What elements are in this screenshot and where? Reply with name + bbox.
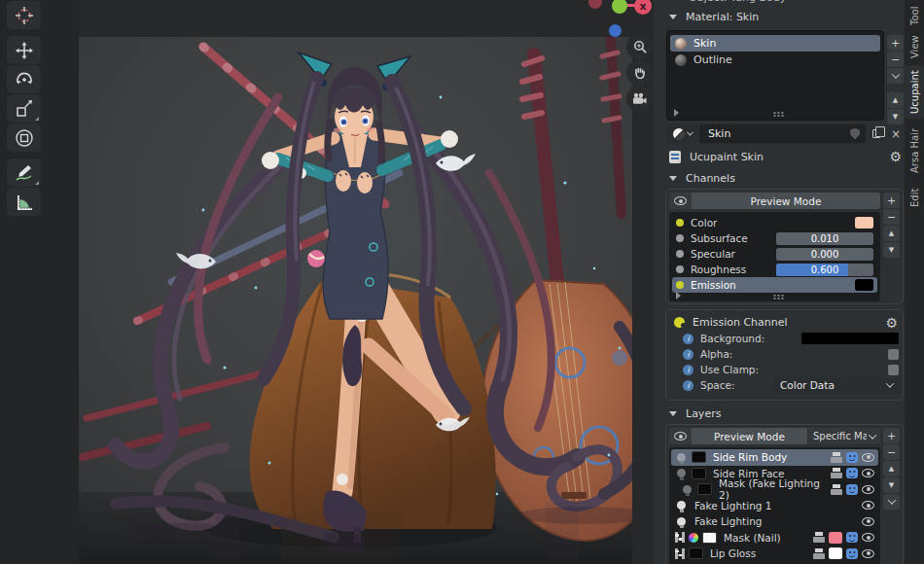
tab-edit[interactable]: Edit [905, 183, 924, 212]
emission-color-swatch[interactable] [855, 279, 873, 291]
material-name-field[interactable]: Skin [699, 124, 866, 143]
subsurface-value-slider[interactable]: 0.010 [776, 232, 873, 245]
scale-tool-button[interactable] [7, 94, 41, 123]
info-icon[interactable] [683, 380, 693, 391]
tab-tool[interactable]: Tool [905, 2, 924, 29]
move-channel-down-button[interactable]: ▼ [883, 242, 900, 258]
layer-list[interactable]: Side Rim Body Side Rim Face [669, 447, 880, 564]
viewport-3d[interactable] [79, 37, 632, 564]
gizmo-axis-dark-red[interactable] [588, 0, 602, 9]
tab-ucupaint[interactable]: Ucupaint [905, 65, 924, 119]
cursor-tool-button[interactable] [7, 1, 41, 29]
alpha-checkbox[interactable] [888, 349, 899, 360]
layer-row-mask-fake-lighting-2[interactable]: Mask (Fake Lighting 2) [671, 481, 878, 498]
camera-view-button[interactable] [626, 86, 653, 112]
bulb-icon[interactable] [677, 469, 686, 477]
remove-channel-button[interactable]: − [883, 209, 900, 225]
fake-user-shield-icon[interactable] [850, 128, 860, 140]
tab-view[interactable]: View [905, 32, 924, 62]
mask-icon[interactable] [846, 548, 858, 559]
move-slot-down-button[interactable]: ▼ [887, 109, 904, 124]
material-slot-list[interactable]: Skin Outline [666, 30, 884, 121]
gizmo-axis-blue[interactable] [609, 24, 622, 37]
add-channel-button[interactable]: + [883, 193, 900, 208]
rotate-tool-button[interactable] [7, 65, 41, 93]
unlink-material-button[interactable]: × [887, 124, 905, 143]
eye-icon[interactable] [862, 517, 874, 526]
material-slot-skin[interactable]: Skin [670, 35, 880, 52]
channel-row-subsurface[interactable]: Subsurface 0.010 [672, 230, 877, 246]
bake-icon[interactable] [813, 532, 825, 543]
material-slot-outline[interactable]: Outline [670, 52, 880, 68]
slot-specials-button[interactable] [887, 68, 904, 84]
move-layer-up-button[interactable]: ▲ [883, 461, 900, 476]
use-clamp-checkbox[interactable] [888, 365, 899, 375]
channel-list[interactable]: Color Subsurface 0.010 Specular 0.000 [669, 212, 880, 301]
color-wheel-icon[interactable] [689, 533, 698, 543]
bulb-icon[interactable] [677, 501, 686, 510]
eye-icon[interactable] [862, 533, 874, 542]
gear-icon[interactable]: ⚙ [889, 149, 902, 164]
move-tool-button[interactable] [7, 36, 41, 64]
resize-grip[interactable] [773, 295, 776, 298]
expand-arrow-icon[interactable] [674, 109, 679, 117]
material-section-header[interactable]: Material: Skin [654, 8, 905, 25]
channels-preview-mode-button[interactable]: Preview Mode [692, 193, 880, 209]
eye-icon[interactable] [862, 501, 874, 510]
pan-button[interactable] [626, 59, 653, 86]
measure-tool-button[interactable] [7, 188, 41, 216]
layer-row-fake-lighting[interactable]: Fake Lighting [671, 513, 878, 530]
layer-color-swatch[interactable] [829, 532, 842, 544]
channels-preview-eye-toggle[interactable] [669, 193, 692, 209]
bake-icon[interactable] [813, 548, 825, 559]
bulb-icon[interactable] [677, 517, 686, 526]
space-dropdown[interactable]: Color Data [774, 378, 899, 393]
layers-section-header[interactable]: Layers [654, 405, 905, 422]
mask-icon[interactable] [846, 468, 858, 478]
bake-icon[interactable] [831, 484, 842, 495]
bulb-icon[interactable] [677, 453, 686, 462]
layers-preview-eye-toggle[interactable] [669, 428, 692, 444]
add-slot-button[interactable]: + [887, 35, 904, 51]
remove-slot-button[interactable]: − [887, 52, 904, 67]
move-slot-up-button[interactable]: ▲ [887, 92, 904, 108]
specular-value-slider[interactable]: 0.000 [776, 248, 873, 261]
zoom-button[interactable] [626, 33, 653, 59]
gizmo-axis-x-negative[interactable]: x [634, 0, 652, 15]
layer-row-lip-gloss[interactable]: Lip Gloss [671, 546, 878, 562]
layers-preview-mode-button[interactable]: Preview Mode [692, 428, 807, 444]
gear-icon[interactable]: ⚙ [885, 315, 898, 331]
annotate-tool-button[interactable] [7, 159, 41, 187]
resize-grip[interactable] [774, 112, 777, 115]
layers-filter-dropdown[interactable]: Specific Ma... [808, 428, 880, 444]
collapse-caret-icon[interactable] [669, 15, 677, 19]
expand-arrow-icon[interactable] [676, 292, 681, 300]
adjustment-icon[interactable] [675, 548, 685, 559]
info-icon[interactable] [683, 365, 693, 375]
eye-icon[interactable] [862, 485, 874, 494]
transform-tool-button[interactable] [7, 123, 41, 152]
mask-icon[interactable] [846, 484, 858, 495]
channels-section-header[interactable]: Channels [654, 169, 905, 187]
tab-arsa-hair[interactable]: Arsa Hair [905, 122, 924, 180]
channel-row-roughness[interactable]: Roughness 0.600 [672, 262, 877, 277]
eye-icon[interactable] [862, 453, 874, 462]
collapse-caret-icon[interactable] [669, 176, 677, 181]
channel-row-specular[interactable]: Specular 0.000 [672, 246, 877, 262]
bulb-icon[interactable] [683, 485, 692, 494]
info-icon[interactable] [683, 334, 693, 344]
bake-icon[interactable] [831, 468, 842, 478]
layer-row-mask-nail[interactable]: Mask (Nail) [671, 530, 878, 546]
background-color-field[interactable] [801, 333, 899, 344]
eye-icon[interactable] [862, 549, 874, 558]
layer-color-swatch[interactable] [829, 547, 842, 559]
duplicate-material-button[interactable] [867, 124, 886, 143]
mask-icon[interactable] [846, 532, 858, 543]
info-icon[interactable] [683, 349, 693, 360]
move-layer-down-button[interactable]: ▼ [883, 477, 900, 493]
remove-layer-button[interactable]: − [883, 444, 900, 460]
add-layer-button[interactable]: + [883, 428, 900, 443]
move-channel-up-button[interactable]: ▲ [883, 226, 900, 241]
color-swatch[interactable] [855, 217, 873, 229]
gizmo-axis-green[interactable] [612, 0, 627, 14]
